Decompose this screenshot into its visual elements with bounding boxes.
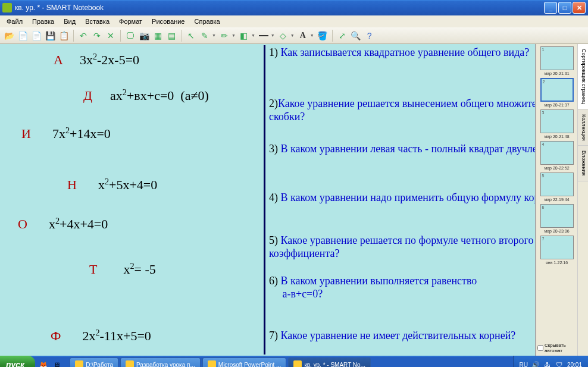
tray-network-icon[interactable]: 🖧	[543, 360, 552, 367]
task-items: D:\РаботаРазработка урока п...Microsoft …	[65, 357, 512, 367]
insert-icon[interactable]: ▦	[152, 30, 163, 41]
page-sorter-panel: 1мар 20-21:312мар 20-21:373мар 20-21:484…	[536, 44, 577, 356]
thumb-caption: мар 22-19:44	[544, 197, 569, 202]
page-thumb-6[interactable]: 6	[540, 204, 574, 228]
redo-icon[interactable]: ↷	[92, 30, 102, 41]
question-text: Какое уравнение решается вынесением обще…	[269, 98, 536, 123]
equation-Н[interactable]: Нx2+5x+4=0	[67, 177, 157, 193]
menu-рисование[interactable]: Рисование	[148, 17, 189, 26]
taskbar-item-0[interactable]: D:\Работа	[70, 357, 118, 367]
new-icon[interactable]: 📄	[17, 30, 28, 41]
taskbar-item-label: D:\Работа	[86, 362, 113, 368]
question-6[interactable]: 6) В каком уравнении выполняется равенст…	[269, 275, 536, 300]
question-text: В каком уравнении выполняется равенство …	[269, 275, 477, 300]
question-2[interactable]: 2)Какое уравнение решается вынесением об…	[269, 98, 536, 123]
side-tab-0[interactable]: Сортировщик страниц	[578, 44, 588, 109]
vertical-divider	[264, 45, 265, 355]
text-icon[interactable]: A	[298, 30, 308, 41]
eraser-icon[interactable]: ◧	[239, 30, 249, 41]
chevron-down-icon[interactable]: ▼	[290, 33, 295, 37]
taskbar-item-icon	[293, 360, 302, 367]
side-tab-2[interactable]: Вложения	[578, 146, 588, 181]
equation-letter: Т	[89, 262, 97, 277]
new2-icon[interactable]: 📄	[31, 30, 42, 41]
select-icon[interactable]: ↖	[186, 30, 196, 41]
taskbar-item-3[interactable]: кв. ур. * - SMART No...	[288, 357, 371, 367]
paste-icon[interactable]: 📋	[58, 30, 69, 41]
question-text: Как записывается квадратное уравнение об…	[281, 46, 530, 58]
question-3[interactable]: 3) В каком уравнении левая часть - полны…	[269, 143, 536, 156]
menu-файл[interactable]: Файл	[2, 17, 27, 26]
thumb-caption: мар 20-21:37	[544, 103, 569, 107]
screen-icon[interactable]: 🖵	[125, 30, 136, 41]
side-tab-1[interactable]: Коллекция	[578, 109, 588, 146]
question-4[interactable]: 4) В каком уравнении надо применить общу…	[269, 192, 536, 205]
page-thumb-7[interactable]: 7	[540, 236, 574, 259]
equation-О[interactable]: Оx2+4x+4=0	[18, 217, 108, 232]
equation-И[interactable]: И7x2+14x=0	[21, 126, 111, 142]
question-5[interactable]: 5) Какое уравнение решается по формуле ч…	[269, 234, 536, 260]
pen-icon[interactable]: ✎	[199, 30, 210, 41]
delete-icon[interactable]: ✕	[105, 30, 116, 41]
chevron-down-icon[interactable]: ▼	[271, 33, 275, 37]
page-thumb-4[interactable]: 4	[540, 141, 574, 165]
canvas[interactable]: А3x2-2x-5=0Даx2+вx+с=0 (a≠0)И7x2+14x=0Нx…	[0, 44, 536, 356]
tray-clock[interactable]: 20:01	[567, 362, 582, 368]
menu-вид[interactable]: Вид	[60, 17, 80, 26]
ql-desktop-icon[interactable]: 🖥	[51, 359, 62, 367]
shape-icon[interactable]: ◇	[278, 30, 289, 41]
chevron-down-icon[interactable]: ▼	[310, 33, 314, 37]
taskbar: пуск 🦊 🖥 D:\РаботаРазработка урока п...M…	[0, 356, 588, 367]
taskbar-item-icon	[126, 360, 134, 367]
close-button[interactable]: ✕	[573, 2, 586, 14]
tray-lang[interactable]: RU	[520, 362, 528, 368]
hide-auto-checkbox[interactable]: Скрывать автомат	[536, 340, 577, 356]
thumb-caption: мар 20-23:06	[544, 229, 569, 233]
minimize-button[interactable]: _	[544, 2, 557, 14]
menu-справка[interactable]: Справка	[190, 17, 224, 26]
question-1[interactable]: 1) Как записывается квадратное уравнение…	[269, 46, 536, 59]
separator	[181, 30, 182, 42]
fill-icon[interactable]: 🪣	[317, 30, 328, 41]
start-button[interactable]: пуск	[0, 356, 35, 367]
tray-volume-icon[interactable]: 🔊	[531, 360, 540, 367]
question-7[interactable]: 7) Какое уравнение не имеет действительн…	[269, 330, 536, 343]
hide-auto-checkbox-input[interactable]	[537, 345, 543, 351]
question-number: 3)	[269, 143, 281, 155]
thumb-caption: мар 20-21:48	[544, 134, 569, 139]
equation-А[interactable]: А3x2-2x-5=0	[54, 52, 139, 68]
capture-icon[interactable]: 📷	[139, 30, 149, 41]
tray-shield-icon[interactable]: 🛡	[555, 360, 564, 367]
help-icon[interactable]: ?	[364, 30, 375, 41]
chevron-down-icon[interactable]: ▼	[251, 33, 255, 37]
move-icon[interactable]: ⤢	[337, 30, 348, 41]
taskbar-item-icon	[208, 360, 216, 367]
chevron-down-icon[interactable]: ▼	[212, 33, 216, 37]
page-thumb-3[interactable]: 3	[540, 109, 574, 133]
question-text: В каком уравнении надо применить общую ф…	[281, 192, 536, 203]
equation-Т[interactable]: Тx2= -5	[89, 262, 156, 277]
maximize-button[interactable]: □	[558, 2, 571, 14]
separator	[73, 30, 74, 42]
save-icon[interactable]: 💾	[45, 30, 55, 41]
zoom-icon[interactable]: 🔍	[351, 30, 361, 41]
menu-вставка[interactable]: Вставка	[81, 17, 114, 26]
equation-Д[interactable]: Даx2+вx+с=0 (a≠0)	[83, 88, 209, 103]
page-thumb-1[interactable]: 1	[540, 46, 574, 70]
ql-browser-icon[interactable]: 🦊	[37, 359, 49, 367]
table-icon[interactable]: ▤	[166, 30, 177, 41]
menu-формат[interactable]: Формат	[115, 17, 146, 26]
undo-icon[interactable]: ↶	[78, 30, 89, 41]
equation-Ф[interactable]: Ф2x2-11x+5=0	[51, 328, 151, 344]
page-thumb-5[interactable]: 5	[540, 172, 574, 196]
pen2-icon[interactable]: ✏	[219, 30, 230, 41]
page-thumb-2[interactable]: 2	[540, 78, 574, 102]
taskbar-item-label: Microsoft PowerPoint ...	[218, 362, 282, 368]
menu-правка[interactable]: Правка	[28, 17, 58, 26]
taskbar-item-2[interactable]: Microsoft PowerPoint ...	[202, 357, 287, 367]
open-icon[interactable]: 📂	[4, 30, 14, 41]
chevron-down-icon[interactable]: ▼	[232, 33, 236, 37]
line-icon[interactable]	[258, 30, 269, 41]
equation-letter: И	[21, 126, 31, 142]
taskbar-item-1[interactable]: Разработка урока п...	[120, 357, 201, 367]
